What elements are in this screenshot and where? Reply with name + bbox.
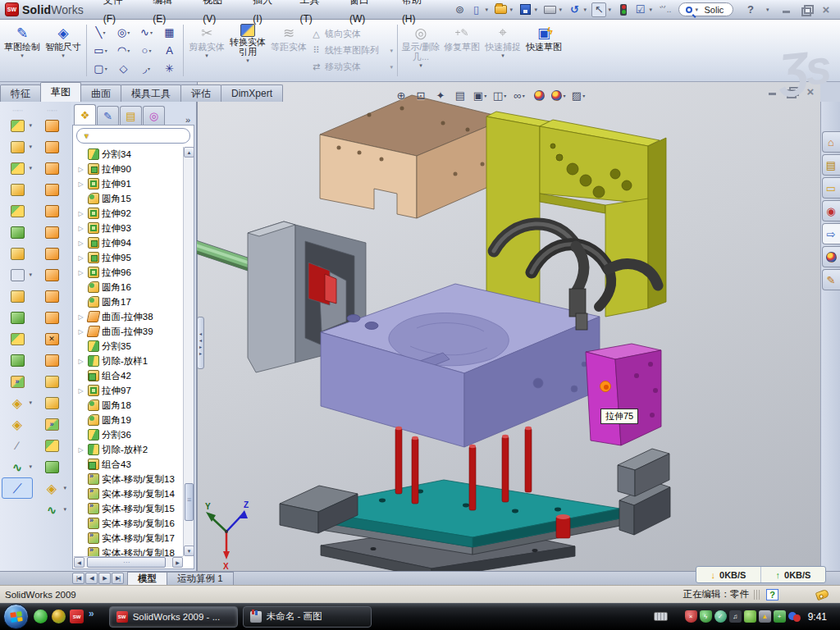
browser-quicklaunch-icon[interactable]: [52, 609, 66, 623]
propertymanager-tab[interactable]: ✎: [97, 106, 119, 125]
tree-item-实体-移动/复制15[interactable]: 实体-移动/复制15: [74, 501, 183, 516]
scroll-up-icon[interactable]: ▲: [184, 147, 194, 158]
undo-icon[interactable]: ↺: [567, 2, 582, 17]
hole-wizard-icon[interactable]: [2, 243, 33, 264]
linear-pattern-icon[interactable]: ▾: [2, 264, 33, 285]
menu-窗口(W)[interactable]: 窗口(W): [338, 0, 390, 29]
expander-icon[interactable]: ▷: [76, 313, 85, 321]
point-icon[interactable]: ✳: [158, 60, 180, 78]
dropdown-arrow-icon[interactable]: ▾: [582, 93, 585, 98]
view-palette-tab[interactable]: ⇨: [822, 223, 840, 244]
expander-icon[interactable]: ▷: [76, 180, 85, 188]
expander-icon[interactable]: ▷: [76, 210, 85, 217]
tree-item-实体-移动/复制18[interactable]: 实体-移动/复制18: [74, 546, 183, 556]
dropdown-arrow-icon[interactable]: ▾: [105, 48, 107, 53]
surface-fillet-icon[interactable]: [36, 307, 67, 328]
expander-icon[interactable]: ▷: [76, 254, 85, 262]
expander-icon[interactable]: ▷: [76, 166, 85, 173]
tab-运动算例 1[interactable]: 运动算例 1: [167, 572, 234, 585]
help-dropdown[interactable]: ▾: [766, 7, 773, 13]
tree-item-曲面-拉伸38[interactable]: ▷曲面-拉伸38: [74, 309, 183, 324]
model-part-top-clamp-plate[interactable]: [320, 95, 507, 218]
messenger-quicklaunch-icon[interactable]: [34, 609, 48, 623]
tree-horizontal-scrollbar[interactable]: ◀ ⋯ ▶: [74, 556, 183, 568]
tree-item-实体-移动/复制17[interactable]: 实体-移动/复制17: [74, 531, 183, 546]
button-移动实体[interactable]: ⇄移动实体▾: [309, 60, 395, 75]
hide-show-items-icon[interactable]: ∞▾: [510, 87, 528, 103]
plane-icon[interactable]: ◈: [2, 413, 33, 435]
nav-first-icon[interactable]: |◀: [72, 573, 84, 584]
tree-item-分割36[interactable]: 分割36: [74, 427, 183, 442]
text-icon[interactable]: A: [158, 42, 180, 60]
sketch-fillet-icon[interactable]: ◞▾: [135, 60, 158, 78]
new-file-icon[interactable]: ▯: [468, 2, 483, 17]
tab-模型[interactable]: 模型: [127, 572, 167, 585]
join-icon[interactable]: [2, 349, 33, 371]
dropdown-arrow-icon[interactable]: ▾: [29, 399, 32, 406]
pin-icon[interactable]: ⊚: [452, 2, 467, 17]
tree-item-实体-移动/复制13[interactable]: 实体-移动/复制13: [74, 472, 183, 486]
tag-icon[interactable]: [815, 588, 830, 600]
keyboard-layout-icon[interactable]: [654, 612, 668, 621]
dropdown-arrow-icon[interactable]: ▾: [29, 165, 32, 171]
dropdown-arrow-icon[interactable]: ▾: [105, 66, 107, 71]
scroll-right-icon[interactable]: ▶: [172, 557, 183, 568]
tree-item-实体-移动/复制14[interactable]: 实体-移动/复制14: [74, 486, 183, 501]
volume-tray-icon[interactable]: ♫: [729, 610, 742, 623]
expander-icon[interactable]: ▷: [76, 240, 85, 247]
dropdown-arrow-icon[interactable]: ▾: [29, 144, 32, 150]
tab-曲面[interactable]: 曲面: [80, 84, 121, 102]
curve-icon[interactable]: ∿▾: [2, 456, 33, 477]
search-dropdown[interactable]: ▾: [695, 7, 701, 13]
parting-line-icon[interactable]: [36, 371, 67, 392]
custom-properties-tab[interactable]: ✎: [822, 269, 840, 290]
update-tray-icon[interactable]: ✓: [714, 610, 727, 623]
offset-surface-icon[interactable]: [36, 221, 67, 243]
button-快速捕捉[interactable]: 快速捕捉▾: [482, 22, 523, 79]
ref-geometry-icon[interactable]: ◈▾: [36, 477, 67, 499]
button-线性草图阵列[interactable]: ⠿线性草图阵列▾: [309, 43, 395, 58]
zoom-fit-icon[interactable]: ⊕: [392, 87, 410, 103]
core-icon[interactable]: [36, 456, 67, 477]
select-icon[interactable]: ↖: [591, 2, 606, 17]
tree-filter-box[interactable]: ▼: [76, 128, 190, 144]
dropdown-arrow-icon[interactable]: ▾: [390, 48, 393, 54]
fillet-icon[interactable]: ▾: [2, 158, 33, 179]
tree-item-圆角15[interactable]: 圆角15: [74, 191, 183, 206]
dropdown-arrow-icon[interactable]: ▾: [21, 52, 24, 59]
print-icon[interactable]: [542, 2, 557, 17]
thicken-icon[interactable]: [36, 285, 67, 307]
file-explorer-tab[interactable]: ▭: [822, 177, 840, 199]
select-dropdown[interactable]: ▾: [608, 7, 614, 13]
taskbar-clock[interactable]: 9:41: [803, 611, 835, 623]
lofted-surface-icon[interactable]: [36, 158, 67, 179]
tree-item-拉伸96[interactable]: ▷拉伸96: [74, 265, 183, 280]
view-orientation-icon[interactable]: ▣▾: [471, 87, 489, 103]
tree-item-拉伸90[interactable]: ▷拉伸90: [74, 162, 183, 176]
solidworks-resources-tab[interactable]: ⌂: [822, 131, 840, 153]
split-icon[interactable]: [2, 328, 33, 349]
expander-icon[interactable]: ▷: [76, 387, 85, 395]
menu-文件(F)[interactable]: 文件(F): [92, 0, 142, 29]
ellipse-icon[interactable]: ○▾: [135, 42, 158, 60]
tree-item-实体-移动/复制16[interactable]: 实体-移动/复制16: [74, 516, 183, 531]
shell-icon[interactable]: [2, 200, 33, 221]
expander-icon[interactable]: ▷: [76, 358, 85, 365]
solidworks-quicklaunch-icon[interactable]: SW: [70, 609, 84, 623]
dropdown-arrow-icon[interactable]: ▾: [103, 30, 105, 35]
tab-草图[interactable]: 草图: [40, 82, 81, 102]
dropdown-arrow-icon[interactable]: ▾: [62, 52, 65, 59]
expander-icon[interactable]: ▷: [76, 269, 85, 276]
tab-评估[interactable]: 评估: [180, 84, 221, 102]
print-dropdown[interactable]: ▾: [559, 7, 565, 13]
menu-帮助(H)[interactable]: 帮助(H): [390, 0, 441, 29]
security-tray-icon[interactable]: ϟ: [700, 610, 712, 623]
dropdown-arrow-icon[interactable]: ▾: [63, 506, 66, 513]
planar-surface-icon[interactable]: [36, 243, 67, 264]
filled-surface-icon[interactable]: [36, 200, 67, 221]
tree-item-圆角16[interactable]: 圆角16: [74, 280, 183, 294]
tree-item-圆角17[interactable]: 圆角17: [74, 294, 183, 309]
new-file-dropdown[interactable]: ▾: [485, 7, 491, 13]
status-help-icon[interactable]: ?: [766, 589, 778, 600]
minimize-icon[interactable]: [781, 5, 792, 15]
